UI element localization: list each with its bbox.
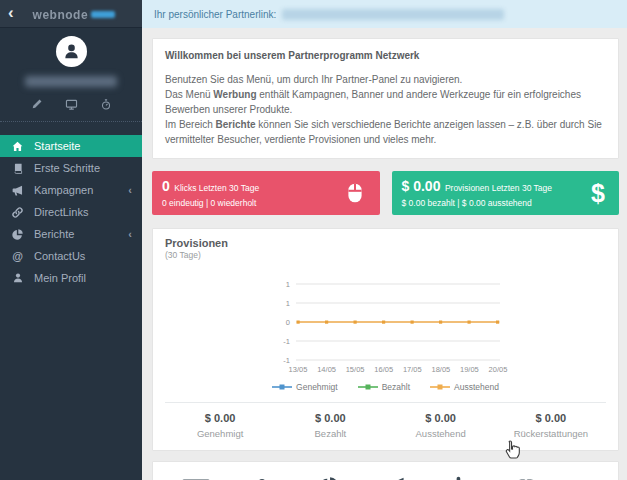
monitor-icon[interactable] [65,98,78,111]
clicks-value: 0 [162,178,170,194]
svg-text:18/05: 18/05 [431,365,450,374]
total-bezahlt: $ 0.00 Bezahlt [275,412,385,439]
sidebar-item-mein-profil[interactable]: Mein Profil [0,267,142,289]
svg-text:1: 1 [285,280,289,289]
book-icon [10,162,25,175]
megaphone-icon [361,472,427,480]
profile-section [0,28,142,122]
user-icon [229,472,295,480]
affiliate-dashboard: ‹ webnode [0,0,627,480]
commissions-stat-card: $ 0.00 Provisionen Letzten 30 Tage $ 0.0… [392,171,620,215]
shortcut-directlinks[interactable]: DirectLinks [493,472,559,480]
link-icon [10,206,25,219]
film-icon [163,472,229,480]
chart-svg: 1 1 0 -1 -1 [264,276,508,376]
svg-text:-1: -1 [283,337,290,346]
clicks-label: Klicks Letzten 30 Tage [174,183,259,193]
logo-text: webnode [33,8,89,22]
sidebar-item-directlinks[interactable]: DirectLinks [0,201,142,223]
home-icon [10,140,25,153]
svg-text:1: 1 [285,299,289,308]
sidebar-item-berichte[interactable]: Berichte ‹ [0,223,142,245]
legend-ausstehend: Ausstehend [430,382,499,392]
svg-text:19/05: 19/05 [460,365,479,374]
partner-link-label: Ihr persönlicher Partnerlink: [154,9,276,20]
legend-bezahlt: Bezahlt [358,382,410,392]
redacted-username [25,76,117,87]
provisions-chart: 1 1 0 -1 -1 [264,276,508,380]
svg-text:13/05: 13/05 [288,365,307,374]
links-icon [493,472,559,480]
chevron-left-icon: ‹ [128,184,132,196]
svg-text:17/05: 17/05 [402,365,421,374]
redacted-partner-link[interactable] [282,9,504,20]
commissions-label: Provisionen Letzten 30 Tage [445,183,552,193]
total-rueckerstattungen: $ 0.00 Rückerstattungen [496,412,606,439]
user-icon [10,272,25,284]
main-area: Ihr persönlicher Partnerlink: Willkommen… [142,0,627,480]
welcome-card: Willkommen bei unserem Partnerprogramm N… [152,38,619,159]
shortcut-tutorial-video[interactable]: Affiliate panel tutorial video [163,472,229,480]
hand-click-icon [427,472,493,480]
sidebar: ‹ webnode [0,0,142,480]
welcome-title: Willkommen bei unserem Partnerprogramm N… [165,48,606,63]
shortcut-kampagnen[interactable]: Kampagnen [361,472,427,480]
shortcut-berichte[interactable]: Berichte [295,472,361,480]
total-genehmigt: $ 0.00 Genehmigt [165,412,275,439]
sidebar-item-kampagnen[interactable]: Kampagnen ‹ [0,179,142,201]
svg-text:20/05: 20/05 [488,365,507,374]
topbar: Ihr persönlicher Partnerlink: [142,0,627,28]
total-ausstehend: $ 0.00 Ausstehend [386,412,496,439]
shortcut-banner-links[interactable]: Banner & Links [427,472,493,480]
legend-genehmigt: Genehmigt [272,382,338,392]
chart-card: Provisionen (30 Tage) 1 1 0 -1 [152,228,619,451]
chevron-left-icon: ‹ [128,228,132,240]
profile-quick-actions [0,98,142,111]
mouse-icon [344,180,366,206]
commissions-sub: $ 0.00 bezahlt | $ 0.00 ausstehend [402,198,610,208]
sidebar-menu: Startseite Erste Schritte Kampagnen ‹ Di… [0,135,142,289]
megaphone-icon [10,184,25,197]
pie-chart-icon [295,472,361,480]
svg-text:16/05: 16/05 [374,365,393,374]
svg-text:14/05: 14/05 [317,365,336,374]
sidebar-item-erste-schritte[interactable]: Erste Schritte [0,157,142,179]
shortcuts-card: Affiliate panel tutorial video Mein Prof… [152,461,619,480]
commissions-value: $ 0.00 [402,178,441,194]
svg-text:15/05: 15/05 [345,365,364,374]
stat-row: 0 Klicks Letzten 30 Tage 0 eindeutig | 0… [152,171,619,215]
svg-text:-1: -1 [283,356,290,365]
sidebar-item-startseite[interactable]: Startseite [0,135,142,157]
sidebar-header: ‹ webnode [0,0,142,28]
svg-text:0: 0 [285,318,289,327]
chart-legend: Genehmigt Bezahlt Ausstehend [165,382,606,392]
chart-subtitle: (30 Tage) [165,250,606,260]
content: Willkommen bei unserem Partnerprogramm N… [142,28,627,480]
chart-title: Provisionen [165,237,606,249]
totals-row: $ 0.00 Genehmigt $ 0.00 Bezahlt $ 0.00 A… [165,402,606,450]
pie-chart-icon [10,228,25,241]
clicks-sub: 0 eindeutig | 0 wiederholt [162,198,370,208]
shortcut-mein-profil[interactable]: Mein Profil [229,472,295,480]
logo[interactable]: webnode [14,5,134,23]
clicks-stat-card: 0 Klicks Letzten 30 Tage 0 eindeutig | 0… [152,171,380,215]
user-icon [62,42,81,61]
welcome-line-3: Im Bereich Berichte können Sie sich vers… [165,117,606,147]
edit-pencil-icon[interactable] [31,98,43,111]
stopwatch-icon[interactable] [100,98,112,111]
sidebar-item-contactus[interactable]: @ ContactUs [0,245,142,267]
logo-affiliate-badge [91,11,115,18]
welcome-line-2: Das Menü Werbung enthält Kampagnen, Bann… [165,87,606,117]
welcome-line-1: Benutzen Sie das Menü, um durch Ihr Part… [165,72,606,87]
avatar [56,36,87,67]
